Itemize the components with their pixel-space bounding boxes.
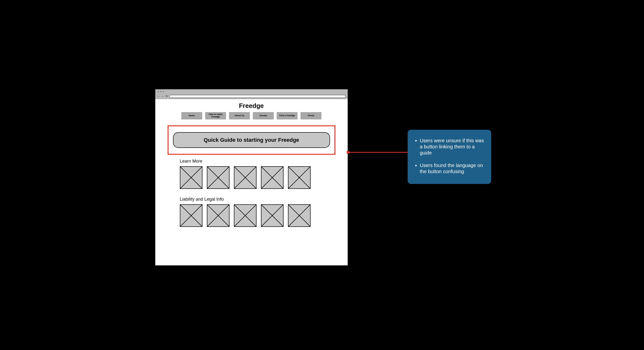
placeholder-image-icon[interactable] [288, 204, 310, 227]
browser-titlebar [155, 89, 348, 94]
window-dot-icon [160, 91, 162, 92]
window-dot-icon [158, 91, 159, 92]
nav-about-us[interactable]: About Us [229, 112, 250, 119]
nav-donate[interactable]: Donate [253, 112, 274, 119]
placeholder-image-icon[interactable] [261, 166, 284, 189]
browser-toolbar: ← → ↻ [155, 94, 348, 99]
annotation-bullet: Users were unsure if this was a button l… [420, 138, 484, 156]
quick-guide-button[interactable]: Quick Guide to starting your Freedge [173, 132, 330, 148]
nav-portal[interactable]: Portal [300, 112, 322, 119]
placeholder-image-icon[interactable] [207, 204, 230, 227]
placeholder-image-icon[interactable] [207, 166, 230, 189]
annotation-arrow-icon [347, 145, 410, 157]
reload-icon[interactable]: ↻ [166, 95, 168, 98]
nav-find-freedge[interactable]: Find a Freedge [277, 112, 298, 119]
window-dot-icon [163, 91, 164, 92]
nav-how-to-make[interactable]: How to make Freedge [205, 112, 226, 119]
legal-row [180, 204, 338, 227]
placeholder-image-icon[interactable] [234, 166, 256, 189]
learn-more-row [180, 166, 338, 189]
placeholder-image-icon[interactable] [180, 204, 202, 227]
annotation-callout: Users were unsure if this was a button l… [408, 130, 491, 184]
page-content: Freedge Home How to make Freedge About U… [155, 99, 348, 265]
annotation-bullet: Users found the language on the button c… [420, 162, 484, 175]
site-title: Freedge [165, 102, 338, 110]
placeholder-image-icon[interactable] [288, 166, 310, 189]
main-nav: Home How to make Freedge About Us Donate… [165, 112, 338, 119]
section-legal-title: Liability and Legal Info [180, 197, 338, 202]
browser-window: ← → ↻ Freedge Home How to make Freedge A… [155, 89, 348, 266]
nav-home[interactable]: Home [181, 112, 202, 119]
placeholder-image-icon[interactable] [261, 204, 284, 227]
slide-canvas: ← → ↻ Freedge Home How to make Freedge A… [136, 74, 509, 276]
annotation-highlight-box: Quick Guide to starting your Freedge [168, 125, 336, 155]
back-icon[interactable]: ← [157, 95, 160, 98]
forward-icon[interactable]: → [162, 95, 164, 98]
placeholder-image-icon[interactable] [234, 204, 256, 227]
placeholder-image-icon[interactable] [180, 166, 202, 189]
url-bar[interactable] [169, 95, 346, 98]
section-learn-more-title: Learn More [180, 159, 338, 164]
